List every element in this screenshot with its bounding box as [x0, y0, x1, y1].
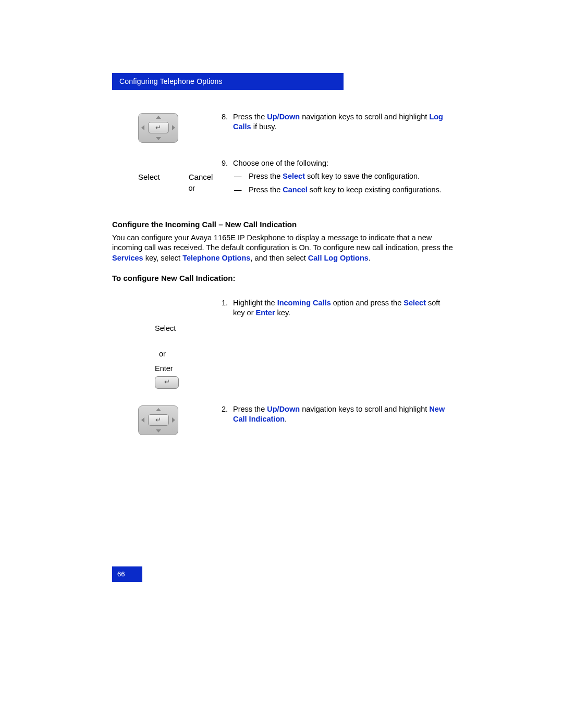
section-heading: Configure the Incoming Call – New Call I… [112, 219, 454, 230]
sub-heading: To configure New Call Indication: [112, 273, 454, 283]
text: navigation keys to scroll and highlight [300, 113, 429, 121]
text: soft key to save the configuration. [305, 172, 420, 180]
text: soft key to keep existing configurations… [308, 186, 442, 194]
dash-icon: — [233, 171, 249, 182]
text: Highlight the [233, 299, 277, 307]
nav-pad-cell: ↵ [112, 112, 216, 143]
navigation-pad-icon: ↵ [138, 405, 178, 435]
text: Choose one of the following: [233, 159, 328, 167]
text: Press the Select soft key to save the co… [249, 171, 454, 182]
select-keyword: Select [403, 299, 426, 307]
navigation-pad-icon: ↵ [138, 113, 178, 143]
services-keyword: Services [112, 254, 143, 262]
softkey-labels: Select Cancel [138, 172, 216, 182]
select-enter-row: Select or Enter ↵ [112, 324, 454, 389]
text: . [285, 415, 287, 423]
incoming-calls-keyword: Incoming Calls [277, 299, 331, 307]
telephone-options-keyword: Telephone Options [182, 254, 250, 262]
text: if busy. [251, 122, 277, 131]
list-item: Highlight the Incoming Calls option and … [230, 298, 454, 318]
step-9-row: Select Cancel or Choose one of the follo… [112, 158, 454, 199]
select-softkey-label: Select [138, 172, 160, 182]
dash-icon: — [233, 185, 249, 195]
list-item: Choose one of the following: — Press the… [230, 158, 454, 195]
body-paragraph: You can configure your Avaya 1165E IP De… [112, 233, 454, 264]
select-keyword: Select [283, 172, 305, 180]
nc-step-2-text: Press the Up/Down navigation keys to scr… [216, 404, 454, 428]
nav-pad-cell: ↵ [112, 404, 216, 435]
text: key. [275, 309, 291, 317]
updown-keyword: Up/Down [267, 405, 300, 413]
nc-step-1-row: Highlight the Incoming Calls option and … [112, 298, 454, 322]
updown-keyword: Up/Down [267, 113, 300, 121]
document-page: Configuring Telephone Options ↵ Press th… [0, 0, 563, 728]
list-item: Press the Up/Down navigation keys to scr… [230, 404, 454, 425]
list-item: Press the Up/Down navigation keys to scr… [230, 112, 454, 132]
or-label: or [155, 349, 216, 360]
text: Press the [233, 405, 267, 413]
sub-list: — Press the Select soft key to save the … [233, 171, 454, 195]
text: option and press the [331, 299, 403, 307]
text: key, select [143, 254, 182, 262]
select-enter-cell: Select or Enter ↵ [112, 324, 216, 389]
enter-label: Enter [155, 364, 216, 374]
sub-item: — Press the Cancel soft key to keep exis… [233, 185, 454, 195]
text: navigation keys to scroll and highlight [300, 405, 429, 413]
page-header: Configuring Telephone Options [112, 73, 344, 90]
nc-step-1-text: Highlight the Incoming Calls option and … [216, 298, 454, 322]
cancel-softkey-label: Cancel [189, 172, 213, 182]
enter-keyword: Enter [256, 309, 275, 317]
enter-key-icon: ↵ [155, 376, 179, 389]
cancel-keyword: Cancel [283, 186, 308, 194]
text: Press the Cancel soft key to keep existi… [249, 185, 454, 195]
nc-step-2-row: ↵ Press the Up/Down navigation keys to s… [112, 404, 454, 435]
select-label: Select [155, 324, 216, 334]
step-9-text: Choose one of the following: — Press the… [216, 158, 454, 199]
text: Press the [233, 113, 267, 121]
text: . [369, 254, 371, 262]
step-8-text: Press the Up/Down navigation keys to scr… [216, 112, 454, 135]
sub-item: — Press the Select soft key to save the … [233, 171, 454, 182]
text: Press the [249, 172, 283, 180]
text: , and then select [250, 254, 308, 262]
step-8-row: ↵ Press the Up/Down navigation keys to s… [112, 112, 454, 143]
softkeys-cell: Select Cancel or [112, 158, 216, 194]
page-number: 66 [112, 566, 142, 582]
text: Press the [249, 186, 283, 194]
text: You can configure your Avaya 1165E IP De… [112, 233, 453, 252]
call-log-options-keyword: Call Log Options [308, 254, 369, 262]
